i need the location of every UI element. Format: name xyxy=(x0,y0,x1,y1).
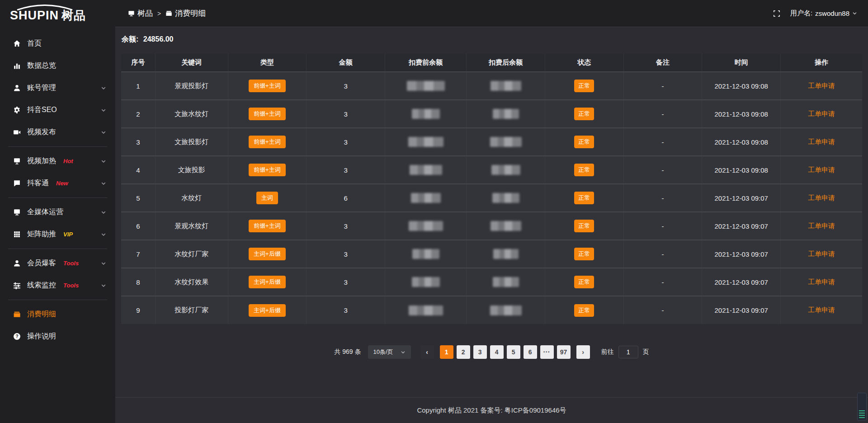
cell-balance-after xyxy=(467,212,545,240)
cell-status: 正常 xyxy=(545,184,623,212)
next-page-button[interactable]: › xyxy=(576,345,590,359)
masked-value xyxy=(490,306,522,315)
page-button-4[interactable]: 4 xyxy=(490,345,504,359)
sidebar-divider xyxy=(8,300,107,300)
question-icon: ? xyxy=(13,333,21,341)
prev-page-button[interactable]: ‹ xyxy=(420,345,434,359)
breadcrumb-item-home[interactable]: 树品 xyxy=(128,8,153,19)
sidebar-item-label: 视频加热 xyxy=(27,156,56,166)
cell-balance-before xyxy=(385,100,466,128)
cell-action: 工单申请 xyxy=(781,268,862,296)
consume-table: 序号关键词类型金额扣费前余额扣费后余额状态备注时间操作 1景观投影灯前缀+主词3… xyxy=(121,54,862,324)
cell-amount: 3 xyxy=(307,128,385,156)
sidebar-item-tag: Hot xyxy=(63,158,73,164)
sidebar-item-data-overview[interactable]: 数据总览 xyxy=(0,55,115,77)
sidebar-item-instructions[interactable]: ?操作说明 xyxy=(0,325,115,348)
main-column: 树品 > 消费明细 用户名: zswodun88 xyxy=(115,0,868,423)
cell-action: 工单申请 xyxy=(781,100,862,128)
svg-text:?: ? xyxy=(15,334,18,339)
page-button-6[interactable]: 6 xyxy=(524,345,537,359)
user-menu[interactable]: 用户名: zswodun88 xyxy=(790,9,857,18)
sidebar-item-account-manage[interactable]: 账号管理 xyxy=(0,77,115,99)
sidebar-item-video-publish[interactable]: 视频发布 xyxy=(0,121,115,143)
chevron-down-icon xyxy=(101,130,106,135)
status-badge: 正常 xyxy=(574,164,594,176)
work-order-link[interactable]: 工单申请 xyxy=(808,166,835,174)
sidebar-item-clue-monitor[interactable]: 线索监控Tools xyxy=(0,274,115,296)
cell-type: 主词+后缀 xyxy=(228,268,307,296)
fullscreen-icon[interactable] xyxy=(773,10,780,17)
cell-action: 工单申请 xyxy=(781,296,862,324)
work-order-link[interactable]: 工单申请 xyxy=(808,250,835,258)
page-button-1[interactable]: 1 xyxy=(440,345,453,359)
cell-note: - xyxy=(623,240,702,268)
more-pages-button[interactable]: ••• xyxy=(540,345,554,359)
work-order-link[interactable]: 工单申请 xyxy=(808,110,835,118)
cell-type: 主词 xyxy=(228,184,307,212)
sidebar-item-video-heat[interactable]: 视频加热Hot xyxy=(0,150,115,172)
screen-icon xyxy=(13,157,21,165)
sidebar-item-douketong[interactable]: 抖客通New xyxy=(0,172,115,194)
work-order-link[interactable]: 工单申请 xyxy=(808,194,835,202)
sidebar-item-media-ops[interactable]: 全媒体运营 xyxy=(0,201,115,223)
chevron-down-icon xyxy=(852,11,857,16)
pagination: 共 969 条 10条/页 ‹ 123456•••97 › 前往 1 页 xyxy=(121,345,862,359)
logo[interactable]: SHUPIN树品 xyxy=(0,0,115,33)
work-order-link[interactable]: 工单申请 xyxy=(808,278,835,286)
column-header: 时间 xyxy=(702,54,781,72)
page-button-5[interactable]: 5 xyxy=(507,345,520,359)
sidebar-item-member-baoke[interactable]: 会员爆客Tools xyxy=(0,252,115,274)
cell-time: 2021-12-03 09:07 xyxy=(702,184,781,212)
cell-keyword: 水纹灯效果 xyxy=(155,268,228,296)
table-row: 3文旅投影灯前缀+主词3正常-2021-12-03 09:08工单申请 xyxy=(121,128,862,156)
app-icon xyxy=(128,10,135,17)
sidebar-item-douyin-seo[interactable]: 抖音SEO xyxy=(0,99,115,121)
type-badge: 主词+后缀 xyxy=(249,304,286,317)
breadcrumb-item-current[interactable]: 消费明细 xyxy=(165,8,206,19)
table-row: 8水纹灯效果主词+后缀3正常-2021-12-03 09:07工单申请 xyxy=(121,268,862,296)
footer: Copyright 树品 2021 备案号: 粤ICP备09019646号 xyxy=(115,397,868,423)
sidebar-item-consume-detail[interactable]: 消费明细 xyxy=(0,303,115,325)
page-size-select[interactable]: 10条/页 xyxy=(368,345,411,359)
cell-time: 2021-12-03 09:08 xyxy=(702,156,781,184)
work-order-link[interactable]: 工单申请 xyxy=(808,222,835,230)
cell-balance-before xyxy=(385,212,466,240)
cell-balance-before xyxy=(385,72,466,100)
goto-page-input[interactable]: 1 xyxy=(618,346,638,358)
masked-value xyxy=(492,193,519,203)
sidebar-item-matrix-boost[interactable]: 矩阵助推VIP xyxy=(0,223,115,245)
balance-label: 余额: xyxy=(122,35,138,43)
sidebar-item-home[interactable]: 首页 xyxy=(0,33,115,55)
scrollbar-widget[interactable] xyxy=(857,393,867,421)
page-button-3[interactable]: 3 xyxy=(473,345,487,359)
page-button-97[interactable]: 97 xyxy=(557,345,571,359)
sidebar-divider xyxy=(8,146,107,147)
cell-index: 7 xyxy=(121,240,155,268)
sidebar-item-label: 线索监控 xyxy=(27,281,56,290)
wallet-icon xyxy=(165,10,172,17)
work-order-link[interactable]: 工单申请 xyxy=(808,306,835,314)
type-badge: 主词+后缀 xyxy=(249,276,286,288)
page-button-2[interactable]: 2 xyxy=(457,345,470,359)
cell-status: 正常 xyxy=(545,212,623,240)
cell-index: 2 xyxy=(121,100,155,128)
chevron-down-icon xyxy=(401,350,406,355)
status-badge: 正常 xyxy=(574,136,594,148)
cell-amount: 6 xyxy=(307,184,385,212)
masked-value xyxy=(409,221,443,231)
cell-status: 正常 xyxy=(545,72,623,100)
cell-balance-after xyxy=(467,128,545,156)
cell-status: 正常 xyxy=(545,296,623,324)
cell-balance-before xyxy=(385,128,466,156)
cell-type: 前缀+主词 xyxy=(228,100,307,128)
cell-keyword: 景观投影灯 xyxy=(155,72,228,100)
cell-balance-after xyxy=(467,100,545,128)
work-order-link[interactable]: 工单申请 xyxy=(808,82,835,89)
sidebar-item-label: 数据总览 xyxy=(27,61,56,70)
work-order-link[interactable]: 工单申请 xyxy=(808,138,835,146)
column-header: 类型 xyxy=(228,54,307,72)
sidebar-item-label: 矩阵助推 xyxy=(27,230,56,239)
column-header: 序号 xyxy=(121,54,155,72)
masked-value xyxy=(412,109,440,119)
cell-time: 2021-12-03 09:07 xyxy=(702,240,781,268)
